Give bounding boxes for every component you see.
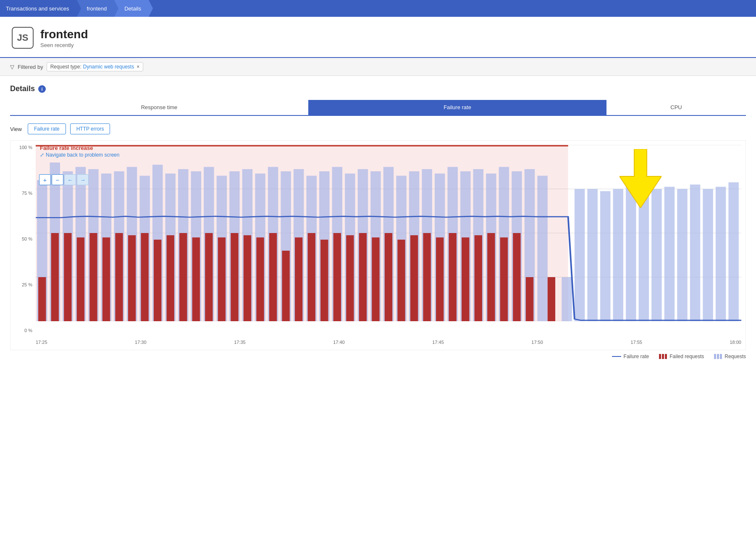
svg-rect-101 [548,277,555,321]
filter-bar: ▽ Filtered by Request type: Dynamic web … [0,58,756,76]
svg-rect-48 [562,277,572,321]
svg-rect-69 [128,235,136,321]
view-label: View [10,126,22,132]
svg-rect-49 [575,189,585,321]
x-label-1740: 17:40 [333,340,345,345]
nav-left-button[interactable]: ← [64,174,76,185]
legend-bar-blue-icon [714,354,722,359]
y-label-75: 75 % [22,191,32,196]
svg-rect-87 [359,233,367,321]
page-header: JS frontend Seen recently [0,17,756,58]
svg-rect-86 [346,235,354,321]
svg-rect-64 [64,233,71,321]
svg-rect-76 [218,238,226,322]
svg-rect-100 [526,277,533,321]
svg-rect-57 [677,189,687,321]
zoom-in-button[interactable]: + [39,174,51,185]
svg-rect-99 [513,233,520,321]
svg-rect-79 [256,238,264,322]
info-icon[interactable]: i [38,85,46,93]
service-icon: JS [12,27,34,49]
annotation-box: Failure rate increase ⤢ Navigate back to… [40,145,119,158]
y-label-25: 25 % [22,282,32,287]
filter-icon: ▽ [10,64,14,70]
breadcrumb: Transactions and services frontend Detai… [0,0,756,17]
x-axis: 17:25 17:30 17:35 17:40 17:45 17:50 17:5… [36,340,741,345]
svg-rect-74 [192,238,200,322]
svg-rect-93 [436,238,444,322]
svg-rect-63 [51,233,59,321]
svg-rect-96 [475,235,482,321]
service-info: frontend Seen recently [40,28,88,48]
service-title: frontend [40,28,88,41]
svg-rect-75 [205,233,213,321]
svg-rect-77 [231,233,238,321]
zoom-out-button[interactable]: − [52,174,63,185]
svg-rect-84 [320,240,328,321]
svg-rect-80 [269,233,277,321]
svg-rect-67 [102,238,110,322]
svg-rect-88 [372,238,379,322]
y-label-0: 0 % [24,328,32,333]
svg-rect-82 [295,238,302,322]
legend-failed-requests: Failed requests [659,354,704,359]
tab-failure-rate[interactable]: Failure rate [308,100,606,116]
filter-label: Filtered by [18,64,43,70]
view-http-errors-button[interactable]: HTTP errors [70,123,110,134]
filter-tag-key: Request type: [50,64,81,70]
svg-rect-50 [587,189,597,321]
svg-rect-68 [115,233,123,321]
legend-requests-label: Requests [724,354,746,359]
svg-rect-52 [613,189,623,321]
service-seen: Seen recently [40,42,88,48]
svg-rect-91 [410,235,418,321]
legend-failed-requests-label: Failed requests [669,354,704,359]
view-failure-rate-button[interactable]: Failure rate [28,123,66,134]
filter-tag-value: Dynamic web requests [83,64,134,70]
svg-rect-51 [600,191,610,321]
svg-rect-60 [716,187,726,321]
legend-bar-red-icon [659,354,667,359]
legend-requests: Requests [714,354,746,359]
nav-right-button[interactable]: → [77,174,89,185]
svg-marker-0 [620,149,662,208]
svg-rect-95 [462,238,469,322]
svg-rect-70 [141,233,148,321]
svg-rect-58 [690,185,700,322]
view-controls: View Failure rate HTTP errors [10,123,746,134]
tab-response-time[interactable]: Response time [10,100,308,116]
svg-rect-90 [397,240,405,321]
annotation-title: Failure rate increase [40,145,119,151]
legend-line-icon [612,356,621,357]
annotation-link[interactable]: ⤢ Navigate back to problem screen [40,152,119,158]
svg-rect-81 [282,251,289,321]
x-label-1750: 17:50 [531,340,543,345]
svg-rect-92 [423,233,430,321]
chart-container: Failure rate increase ⤢ Navigate back to… [10,140,746,350]
breadcrumb-item-details[interactable]: Details [114,0,149,17]
svg-rect-55 [651,189,662,321]
svg-rect-71 [154,240,161,321]
filter-close-button[interactable]: × [136,64,139,70]
legend-failure-rate-label: Failure rate [624,354,649,359]
filter-tag[interactable]: Request type: Dynamic web requests × [47,62,143,71]
svg-rect-65 [77,238,84,322]
x-label-1725: 17:25 [36,340,47,345]
x-label-1745: 17:45 [432,340,444,345]
svg-rect-94 [449,233,457,321]
svg-rect-72 [167,235,174,321]
svg-rect-59 [703,189,713,321]
x-label-1730: 17:30 [135,340,147,345]
legend: Failure rate Failed requests Requests [10,354,746,359]
x-label-1800: 18:00 [730,340,741,345]
legend-failure-rate: Failure rate [612,354,649,359]
svg-rect-56 [664,187,675,321]
breadcrumb-item-frontend[interactable]: frontend [77,0,115,17]
svg-rect-97 [487,233,495,321]
svg-rect-61 [728,182,738,321]
breadcrumb-item-transactions[interactable]: Transactions and services [0,0,77,17]
tab-cpu[interactable]: CPU [606,100,746,116]
svg-rect-83 [308,233,315,321]
tabs-container: Response time Failure rate CPU [10,100,746,116]
svg-rect-47 [537,176,547,322]
